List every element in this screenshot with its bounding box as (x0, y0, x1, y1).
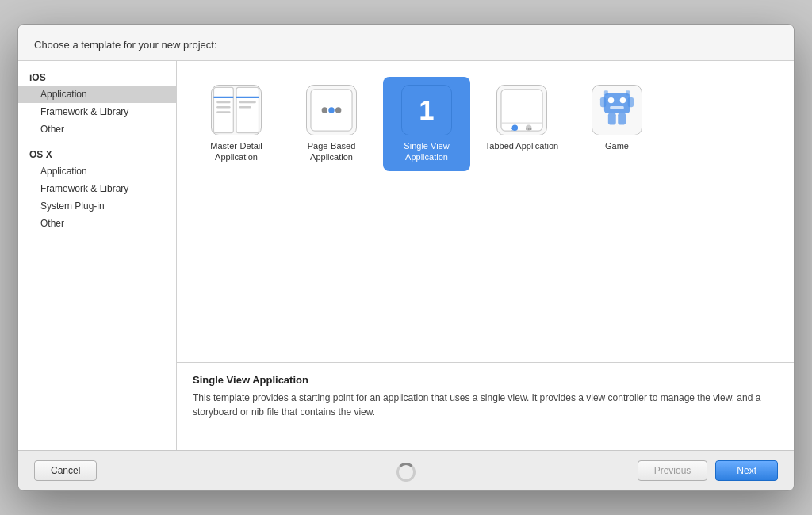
cancel-button[interactable]: Cancel (34, 460, 97, 481)
previous-button[interactable]: Previous (638, 460, 708, 481)
loading-spinner (396, 463, 416, 482)
spinner-overlay (396, 463, 416, 482)
sidebar: iOS Application Framework & Library Othe… (18, 61, 177, 450)
svg-rect-14 (501, 90, 542, 131)
svg-point-22 (608, 97, 614, 103)
svg-rect-5 (216, 111, 230, 113)
svg-rect-0 (213, 87, 233, 132)
footer-right: Previous Next (638, 460, 778, 481)
svg-rect-3 (216, 101, 230, 103)
template-page-based-label: Page-BasedApplication (308, 140, 356, 163)
svg-point-10 (322, 107, 327, 113)
svg-rect-30 (626, 90, 630, 95)
description-text: This template provides a starting point … (193, 391, 778, 419)
sidebar-section-ios: iOS (18, 67, 176, 86)
sidebar-item-osx-other[interactable]: Other (18, 215, 176, 232)
sidebar-item-osx-framework[interactable]: Framework & Library (18, 180, 176, 197)
next-button[interactable]: Next (715, 460, 778, 481)
template-game[interactable]: Game (573, 77, 661, 171)
template-page-based-icon (306, 85, 357, 135)
template-master-detail-icon (211, 85, 262, 135)
svg-text:★: ★ (511, 125, 515, 132)
dialog-header: Choose a template for your new project: (18, 25, 794, 61)
svg-rect-28 (618, 113, 626, 125)
main-content: Master-DetailApplication Page-BasedAppli… (177, 61, 794, 450)
svg-rect-27 (608, 113, 616, 125)
dialog-header-title: Choose a template for your new project: (34, 39, 217, 51)
sidebar-section-osx: OS X (18, 144, 176, 162)
template-game-label: Game (605, 140, 629, 151)
sidebar-item-ios-framework[interactable]: Framework & Library (18, 103, 176, 120)
svg-rect-21 (604, 93, 630, 113)
svg-rect-1 (236, 87, 259, 132)
svg-rect-26 (628, 97, 634, 107)
sidebar-item-osx-application[interactable]: Application (18, 162, 176, 180)
svg-rect-4 (216, 106, 230, 108)
new-project-dialog: Choose a template for your new project: … (17, 24, 795, 491)
svg-rect-29 (604, 90, 608, 95)
template-master-detail[interactable]: Master-DetailApplication (193, 77, 280, 171)
template-tabbed[interactable]: ★ ••• Tabbed Application (478, 77, 565, 171)
template-tabbed-icon: ★ ••• (496, 85, 547, 135)
dialog-body: iOS Application Framework & Library Othe… (18, 61, 794, 450)
sidebar-item-osx-plugin[interactable]: System Plug-in (18, 197, 176, 215)
description-title: Single View Application (193, 374, 778, 386)
svg-text:1: 1 (419, 95, 434, 125)
template-single-view[interactable]: 1 Single ViewApplication (383, 77, 470, 171)
svg-rect-25 (600, 97, 606, 107)
template-single-view-icon: 1 (401, 85, 452, 135)
template-page-based[interactable]: Page-BasedApplication (288, 77, 375, 171)
template-master-detail-label: Master-DetailApplication (210, 140, 262, 163)
template-grid: Master-DetailApplication Page-BasedAppli… (177, 61, 794, 363)
svg-rect-24 (610, 106, 623, 109)
svg-rect-8 (239, 106, 251, 108)
svg-rect-7 (239, 101, 256, 103)
svg-point-23 (620, 97, 626, 103)
svg-point-12 (335, 107, 341, 113)
sidebar-item-ios-other[interactable]: Other (18, 120, 176, 138)
template-game-icon (592, 85, 642, 135)
description-area: Single View Application This template pr… (177, 363, 794, 450)
svg-point-11 (328, 107, 334, 113)
sidebar-item-ios-application[interactable]: Application (18, 86, 176, 103)
template-single-view-label: Single ViewApplication (404, 140, 449, 163)
svg-text:•••: ••• (526, 125, 532, 132)
template-tabbed-label: Tabbed Application (485, 140, 558, 151)
